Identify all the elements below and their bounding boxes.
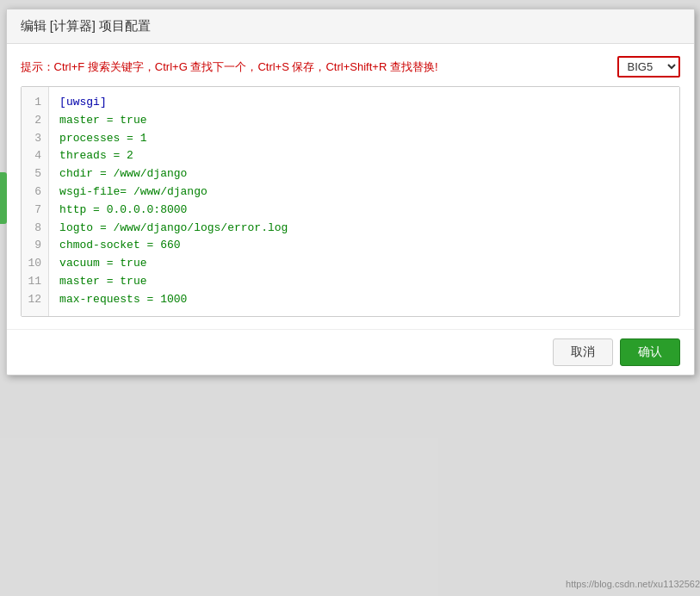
cancel-button[interactable]: 取消 — [553, 338, 613, 366]
watermark: https://blog.csdn.net/xu1132562 — [566, 579, 700, 589]
dialog-footer: 取消 确认 — [7, 329, 694, 375]
line-number: 6 — [28, 183, 42, 202]
line-number: 1 — [28, 94, 42, 112]
line-number: 8 — [28, 220, 42, 238]
hint-text: 提示：Ctrl+F 搜索关键字，Ctrl+G 查找下一个，Ctrl+S 保存，C… — [21, 59, 438, 75]
main-dialog: 编辑 [计算器] 项目配置 提示：Ctrl+F 搜索关键字，Ctrl+G 查找下… — [6, 9, 695, 376]
line-number: 12 — [28, 291, 42, 309]
editor-content: 1 2 3 4 5 6 7 8 9 10 11 12 [uwsgi] — [22, 87, 679, 316]
code-area[interactable]: [uwsgi] master = true processes = 1 thre… — [49, 87, 678, 316]
encoding-select[interactable]: BIG5 UTF-8 GBK — [617, 56, 680, 78]
code-line-4: threads = 2 — [59, 147, 668, 165]
left-tab-indicator — [0, 172, 7, 224]
line-numbers: 1 2 3 4 5 6 7 8 9 10 11 12 — [22, 87, 50, 316]
line-number: 2 — [28, 112, 42, 130]
confirm-button[interactable]: 确认 — [620, 338, 680, 366]
dialog-titlebar: 编辑 [计算器] 项目配置 — [7, 9, 694, 44]
dialog-overlay: 编辑 [计算器] 项目配置 提示：Ctrl+F 搜索关键字，Ctrl+G 查找下… — [0, 0, 700, 596]
line-number: 4 — [28, 147, 42, 165]
line-number: 9 — [28, 237, 42, 255]
line-number: 5 — [28, 165, 42, 183]
dialog-body: 提示：Ctrl+F 搜索关键字，Ctrl+G 查找下一个，Ctrl+S 保存，C… — [7, 44, 694, 329]
code-line-7: http = 0.0.0.0:8000 — [59, 202, 668, 220]
code-line-9: chmod-socket = 660 — [59, 237, 668, 255]
code-line-3: processes = 1 — [59, 130, 668, 148]
line-number: 11 — [28, 273, 42, 291]
code-line-2: master = true — [59, 112, 668, 130]
line-number: 10 — [28, 255, 42, 273]
code-line-1: [uwsgi] — [59, 94, 668, 112]
line-number: 3 — [28, 130, 42, 148]
line-number: 7 — [28, 202, 42, 220]
code-line-12: max-requests = 1000 — [59, 291, 668, 309]
code-line-6: wsgi-file= /www/django — [59, 183, 668, 202]
dialog-title: 编辑 [计算器] 项目配置 — [21, 18, 152, 34]
code-line-10: vacuum = true — [59, 255, 668, 273]
hint-bar: 提示：Ctrl+F 搜索关键字，Ctrl+G 查找下一个，Ctrl+S 保存，C… — [21, 56, 680, 78]
code-line-5: chdir = /www/django — [59, 165, 668, 183]
code-line-11: master = true — [59, 273, 668, 291]
editor-container: 1 2 3 4 5 6 7 8 9 10 11 12 [uwsgi] — [21, 86, 680, 317]
code-line-8: logto = /www/django/logs/error.log — [59, 220, 668, 238]
